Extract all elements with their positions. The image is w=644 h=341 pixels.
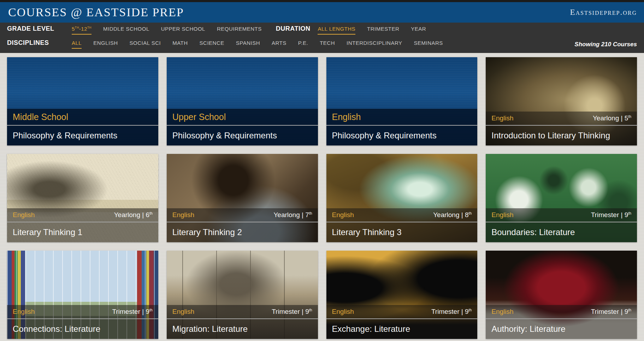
course-card-overlay: English Trimester | 9th Boundaries: Lite… <box>486 208 637 242</box>
course-meta-band: English Trimester | 9th <box>167 305 318 318</box>
card-exchange-literature[interactable]: English Trimester | 9th Exchange: Litera… <box>326 251 478 339</box>
filter-item-english[interactable]: ENGLISH <box>93 40 118 48</box>
filter-group-label-disciplines: DISCIPLINES <box>7 39 60 47</box>
course-title-band: Introduction to Literary Thinking <box>486 125 637 145</box>
course-title-band: Exchange: Literature <box>326 318 478 339</box>
card-literary-thinking-1[interactable]: English Yearlong | 6th Literary Thinking… <box>7 154 158 242</box>
course-title: Philosophy & Requirements <box>172 131 277 140</box>
card-literary-thinking-2[interactable]: English Yearlong | 7th Literary Thinking… <box>167 154 318 242</box>
course-discipline-label: English <box>332 211 354 219</box>
filter-item-science[interactable]: SCIENCE <box>200 40 224 48</box>
page-title: COURSES @ EASTSIDE PREP <box>8 6 184 19</box>
site-domain-link[interactable]: Eastsideprep.org <box>570 8 637 17</box>
filter-group-duration: DURATIONALL LENGTHSTRIMESTERYEAR <box>276 25 426 35</box>
course-duration-label: Trimester | 9th <box>112 308 152 316</box>
course-meta-band: English Trimester | 9th <box>7 305 158 318</box>
course-meta-band: English Trimester | 9th <box>326 305 478 318</box>
course-card-overlay: English Trimester | 9th Exchange: Litera… <box>326 305 478 339</box>
course-grid: Middle School Philosophy & Requirements … <box>0 53 644 339</box>
card-connections-literature[interactable]: English Trimester | 9th Connections: Lit… <box>7 251 158 339</box>
card-literary-thinking-3[interactable]: English Yearlong | 8th Literary Thinking… <box>326 154 478 242</box>
filter-group-label-duration: DURATION <box>276 25 311 32</box>
course-card-overlay: English Trimester | 9th Connections: Lit… <box>7 305 158 339</box>
category-heading: Upper School <box>172 112 226 122</box>
course-title: Introduction to Literary Thinking <box>491 131 610 140</box>
filter-item-social-sci[interactable]: SOCIAL SCI <box>130 40 161 48</box>
filter-item-interdisciplinary[interactable]: INTERDISCIPLINARY <box>347 40 402 48</box>
course-meta-band: English Yearlong | 7th <box>167 208 318 222</box>
course-discipline-label: English <box>172 308 194 316</box>
course-title-band: Connections: Literature <box>7 318 158 339</box>
course-title: Connections: Literature <box>13 324 100 334</box>
course-duration-label: Yearlong | 7th <box>273 211 312 219</box>
course-card-overlay: English Yearlong | 6th Literary Thinking… <box>7 208 158 242</box>
course-title: Boundaries: Literature <box>491 227 575 237</box>
course-title: Migration: Literature <box>172 324 248 334</box>
filter-item-middle-school[interactable]: MIDDLE SCHOOL <box>103 26 149 34</box>
course-card-overlay: English Philosophy & Requirements <box>326 109 478 145</box>
course-discipline-label: English <box>172 211 194 219</box>
card-middle-school-philosophy-requirements[interactable]: Middle School Philosophy & Requirements <box>7 57 158 145</box>
course-duration-label: Trimester | 9th <box>591 211 631 219</box>
card-english-philosophy-requirements[interactable]: English Philosophy & Requirements <box>326 57 478 145</box>
filter-item-requirements[interactable]: REQUIREMENTS <box>217 26 262 34</box>
course-title-band: Migration: Literature <box>167 318 318 339</box>
course-discipline-label: English <box>491 308 513 316</box>
card-boundaries-literature[interactable]: English Trimester | 9th Boundaries: Lite… <box>486 154 637 242</box>
filter-item-math[interactable]: MATH <box>172 40 188 48</box>
course-card-overlay: Middle School Philosophy & Requirements <box>7 109 158 145</box>
filter-item-tech[interactable]: TECH <box>320 40 335 48</box>
filter-item-trimester[interactable]: TRIMESTER <box>367 26 399 34</box>
card-upper-school-philosophy-requirements[interactable]: Upper School Philosophy & Requirements <box>167 57 318 145</box>
filter-row-grade-duration: GRADE LEVEL5TH-12THMIDDLE SCHOOLUPPER SC… <box>7 25 637 39</box>
course-discipline-label: English <box>491 211 513 219</box>
course-title: Authority: Literature <box>491 324 565 334</box>
course-title: Philosophy & Requirements <box>13 131 117 140</box>
filter-group-disciplines: DISCIPLINESALLENGLISHSOCIAL SCIMATHSCIEN… <box>7 39 443 49</box>
course-title-band: Philosophy & Requirements <box>7 125 158 145</box>
course-meta-band: English <box>326 109 478 125</box>
course-title-band: Philosophy & Requirements <box>167 125 318 145</box>
filter-item-all[interactable]: ALL <box>72 40 82 49</box>
course-meta-band: Upper School <box>167 109 318 125</box>
course-meta-band: English Yearlong | 8th <box>326 208 478 222</box>
filter-item-year[interactable]: YEAR <box>411 26 426 34</box>
course-card-overlay: English Yearlong | 5th Introduction to L… <box>486 112 637 145</box>
category-heading: English <box>332 112 361 122</box>
course-meta-band: English Trimester | 9th <box>486 208 637 222</box>
course-card-overlay: English Trimester | 9th Authority: Liter… <box>486 305 637 339</box>
card-introduction-to-literary-thinking[interactable]: English Yearlong | 5th Introduction to L… <box>486 57 637 145</box>
filter-item-arts[interactable]: ARTS <box>272 40 286 48</box>
course-meta-band: English Yearlong | 5th <box>486 112 637 125</box>
course-duration-label: Trimester | 9th <box>272 308 312 316</box>
filter-item-5th-12th[interactable]: 5TH-12TH <box>72 26 91 35</box>
course-title-band: Boundaries: Literature <box>486 222 637 242</box>
filter-item-upper-school[interactable]: UPPER SCHOOL <box>161 26 205 34</box>
card-migration-literature[interactable]: English Trimester | 9th Migration: Liter… <box>167 251 318 339</box>
course-card-overlay: Upper School Philosophy & Requirements <box>167 109 318 145</box>
course-title-band: Literary Thinking 1 <box>7 222 158 242</box>
course-title-band: Literary Thinking 3 <box>326 222 478 242</box>
filter-item-all-lengths[interactable]: ALL LENGTHS <box>318 26 355 35</box>
card-authority-literature[interactable]: English Trimester | 9th Authority: Liter… <box>486 251 637 339</box>
filter-item-seminars[interactable]: SEMINARS <box>414 40 443 48</box>
course-title: Literary Thinking 3 <box>332 227 402 237</box>
course-discipline-label: English <box>332 308 354 316</box>
filter-group-grade-level: GRADE LEVEL5TH-12THMIDDLE SCHOOLUPPER SC… <box>7 25 262 35</box>
results-count: Showing 210 Courses <box>574 41 637 48</box>
course-discipline-label: English <box>13 211 35 219</box>
filter-item-p-e[interactable]: P.E. <box>298 40 308 48</box>
filter-row-disciplines: DISCIPLINESALLENGLISHSOCIAL SCIMATHSCIEN… <box>7 39 637 53</box>
course-title: Literary Thinking 2 <box>172 227 242 237</box>
category-heading: Middle School <box>13 112 68 122</box>
course-title: Philosophy & Requirements <box>332 131 437 140</box>
filter-item-spanish[interactable]: SPANISH <box>236 40 260 48</box>
course-card-overlay: English Yearlong | 8th Literary Thinking… <box>326 208 478 242</box>
course-duration-label: Trimester | 9th <box>591 308 631 316</box>
course-discipline-label: English <box>13 308 35 316</box>
course-card-overlay: English Yearlong | 7th Literary Thinking… <box>167 208 318 242</box>
course-discipline-label: English <box>491 114 513 122</box>
course-title-band: Philosophy & Requirements <box>326 125 478 145</box>
course-duration-label: Yearlong | 8th <box>433 211 472 219</box>
course-duration-label: Yearlong | 6th <box>114 211 153 219</box>
